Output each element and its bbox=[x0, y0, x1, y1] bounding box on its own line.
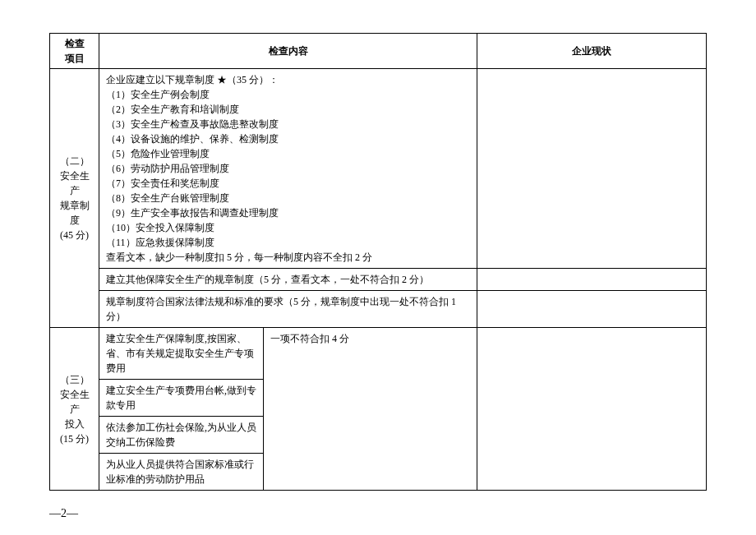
section2-content2: 建立其他保障安全生产的规章制度（5 分，查看文本，一处不符合扣 2 分） bbox=[99, 269, 477, 291]
section2-item-2: （2）安全生产教育和培训制度 bbox=[106, 102, 470, 117]
section2-status3 bbox=[477, 291, 707, 328]
header-content: 检查内容 bbox=[99, 34, 477, 69]
section2-intro: 企业应建立以下规章制度 ★（35 分）： bbox=[106, 72, 470, 87]
section3-category: （三） 安全生产 投入 (15 分) bbox=[50, 328, 99, 491]
section3-content4: 为从业人员提供符合国家标准或行业标准的劳动防护用品 bbox=[99, 454, 264, 491]
section2-status1 bbox=[477, 69, 707, 269]
section3-content2: 建立安全生产专项费用台帐,做到专款专用 bbox=[99, 380, 264, 417]
section2-row3: 规章制度符合国家法律法规和标准的要求（5 分，规章制度中出现一处不符合扣 1 分… bbox=[50, 291, 707, 328]
section2-item-6: （6）劳动防护用品管理制度 bbox=[106, 161, 470, 176]
header-status: 企业现状 bbox=[477, 34, 707, 69]
section3-content3: 依法参加工伤社会保险,为从业人员交纳工伤保险费 bbox=[99, 417, 264, 454]
header-category: 检查 项目 bbox=[50, 34, 99, 69]
section2-status2 bbox=[477, 269, 707, 291]
section3-content1: 建立安全生产保障制度,按国家、省、市有关规定提取安全生产专项费用 bbox=[99, 328, 264, 380]
section2-item-9: （9）生产安全事故报告和调查处理制度 bbox=[106, 205, 470, 220]
page-number: —2— bbox=[49, 507, 78, 520]
section2-item-8: （8）安全生产台账管理制度 bbox=[106, 191, 470, 205]
section3-status bbox=[477, 328, 707, 491]
section2-category: （二） 安全生产 规章制度 (45 分) bbox=[50, 69, 99, 328]
header-row: 检查 项目 检查内容 企业现状 bbox=[50, 34, 707, 69]
section2-item-3: （3）安全生产检查及事故隐患整改制度 bbox=[106, 117, 470, 131]
section2-item-7: （7）安全责任和奖惩制度 bbox=[106, 176, 470, 191]
section2-item-5: （5）危险作业管理制度 bbox=[106, 146, 470, 161]
section2-item-4: （4）设备设施的维护、保养、检测制度 bbox=[106, 131, 470, 146]
section2-note: 查看文本，缺少一种制度扣 5 分，每一种制度内容不全扣 2 分 bbox=[106, 250, 470, 265]
section2-item-11: （11）应急救援保障制度 bbox=[106, 235, 470, 250]
section2-row2: 建立其他保障安全生产的规章制度（5 分，查看文本，一处不符合扣 2 分） bbox=[50, 269, 707, 291]
section2-content3: 规章制度符合国家法律法规和标准的要求（5 分，规章制度中出现一处不符合扣 1 分… bbox=[99, 291, 477, 328]
inspection-table: 检查 项目 检查内容 企业现状 （二） 安全生产 规章制度 (45 分) 企业应… bbox=[49, 33, 707, 491]
section3-deduct-note: 一项不符合扣 4 分 bbox=[264, 328, 477, 491]
section2-content1: 企业应建立以下规章制度 ★（35 分）： （1）安全生产例会制度 （2）安全生产… bbox=[99, 69, 477, 269]
section2-item-1: （1）安全生产例会制度 bbox=[106, 87, 470, 102]
section3-row1: （三） 安全生产 投入 (15 分) 建立安全生产保障制度,按国家、省、市有关规… bbox=[50, 328, 707, 380]
section2-item-10: （10）安全投入保障制度 bbox=[106, 220, 470, 235]
section2-row1: （二） 安全生产 规章制度 (45 分) 企业应建立以下规章制度 ★（35 分）… bbox=[50, 69, 707, 269]
